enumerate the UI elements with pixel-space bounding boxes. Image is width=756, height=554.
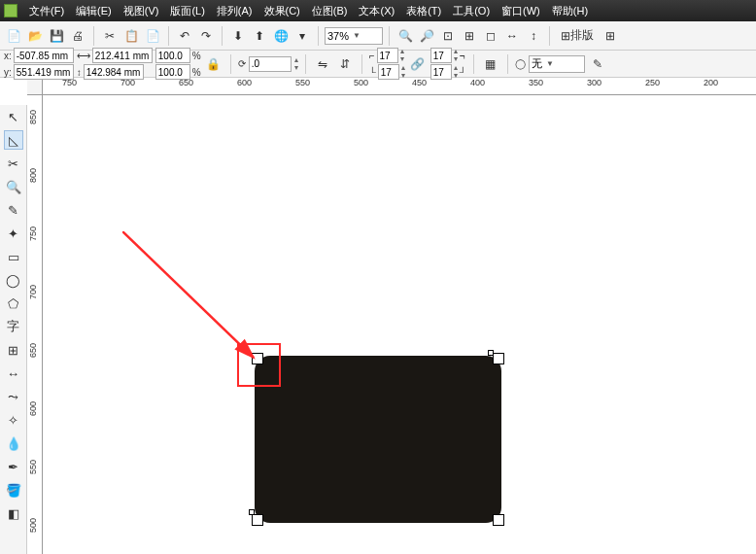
menu-edit[interactable]: 编辑(E) [76,4,112,18]
options-button[interactable]: ▾ [292,26,312,46]
outline-tool[interactable]: ✒ [4,457,23,476]
menu-bitmap[interactable]: 位图(B) [312,4,348,18]
height-icon: ↕ [77,67,82,78]
menu-effects[interactable]: 效果(C) [264,4,300,18]
node-handle[interactable] [488,350,494,356]
lock-ratio-button[interactable]: 🔒 [204,54,223,74]
redo-button[interactable]: ↷ [196,26,216,46]
menu-layout[interactable]: 版面(L) [170,4,204,18]
rounded-rectangle-shape[interactable] [255,356,501,523]
print-button[interactable]: 🖨 [68,26,87,46]
dimension-tool[interactable]: ↔ [4,364,23,383]
pick-tool[interactable]: ↖ [4,107,23,126]
corner-handle-bl[interactable] [252,514,263,526]
ruler-tick: 400 [470,78,485,87]
canvas[interactable] [43,95,756,554]
vertical-ruler[interactable]: 850 800 750 700 650 600 550 500 [27,95,43,554]
width-icon: ⟷ [77,51,90,61]
polygon-tool[interactable]: ⬠ [4,294,23,313]
wrap-button[interactable]: ▦ [481,54,500,74]
separator [549,26,550,46]
menu-file[interactable]: 文件(F) [29,4,64,18]
scale-x-field[interactable]: 100.0 [155,48,190,63]
menu-text[interactable]: 文本(X) [359,4,395,18]
convert-button[interactable]: ✎ [588,54,607,74]
property-bar: x: -507.85 mm y: 551.419 mm ⟷ 212.411 mm… [0,51,756,78]
new-button[interactable]: 📄 [4,26,23,46]
separator [305,54,306,74]
separator [361,54,362,74]
zoom-combo[interactable]: 37% ▼ [325,27,383,45]
connector-tool[interactable]: ⤳ [4,387,23,406]
toolbox: ↖ ◺ ✂ 🔍 ✎ ✦ ▭ ◯ ⬠ 字 ⊞ ↔ ⤳ ✧ 💧 ✒ 🪣 ◧ [0,105,27,554]
effects-tool[interactable]: ✧ [4,410,23,430]
undo-button[interactable]: ↶ [175,26,194,46]
shape-tool[interactable]: ◺ [4,130,23,150]
corner-field[interactable]: 17 [430,48,452,63]
horizontal-ruler[interactable]: 750 700 650 600 550 500 450 400 350 300 … [43,80,756,95]
layout-button[interactable]: ⊞ 排版 [556,26,599,46]
paste-button[interactable]: 📄 [143,26,162,46]
node-handle[interactable] [249,509,255,515]
export-button[interactable]: ⬆ [250,26,269,46]
menu-help[interactable]: 帮助(H) [552,4,588,18]
ruler-tick: 250 [645,78,660,87]
menu-bar: 文件(F) 编辑(E) 视图(V) 版面(L) 排列(A) 效果(C) 位图(B… [0,0,756,21]
cut-button[interactable]: ✂ [100,26,120,46]
ruler-tick: 700 [120,78,135,87]
corner-lock-button[interactable]: 🔗 [408,54,428,74]
chevron-down-icon: ▼ [353,31,361,40]
zoom-page-button[interactable]: ◻ [481,26,500,46]
crop-tool[interactable]: ✂ [4,154,23,173]
ruler-tick: 800 [28,168,38,183]
smart-fill-tool[interactable]: ✦ [4,224,23,243]
rotation-field[interactable]: .0 [249,56,292,72]
table-tool[interactable]: ⊞ [4,340,23,360]
menu-window[interactable]: 窗口(W) [501,4,540,18]
layout-more-button[interactable]: ⊞ [601,26,620,46]
zoom-out-button[interactable]: 🔎 [417,26,436,46]
import-button[interactable]: ⬇ [228,26,248,46]
position-block: x: -507.85 mm y: 551.419 mm [4,48,74,80]
x-field[interactable]: -507.85 mm [14,48,74,63]
corner-block2: 17▴▾¬ 17▴▾┘ [430,48,466,80]
zoom-height-button[interactable]: ↕ [524,26,543,46]
text-tool[interactable]: 字 [4,317,23,336]
publish-button[interactable]: 🌐 [271,26,291,46]
ellipse-tool[interactable]: ◯ [4,270,23,290]
rectangle-tool[interactable]: ▭ [4,247,23,266]
fill-tool[interactable]: 🪣 [4,480,23,500]
open-button[interactable]: 📂 [25,26,45,46]
zoom-in-button[interactable]: 🔍 [395,26,415,46]
corner-handle-br[interactable] [493,514,504,526]
corner-handle-tr[interactable] [493,353,504,364]
outline-combo[interactable]: 无 ▼ [529,55,585,73]
ruler-tick: 850 [28,110,38,124]
width-field[interactable]: 212.411 mm [92,48,153,63]
separator [222,26,223,46]
corner-field[interactable]: 17 [430,64,452,80]
zoom-width-button[interactable]: ↔ [502,26,522,46]
menu-table[interactable]: 表格(T) [406,4,441,18]
mirror-v-button[interactable]: ⇵ [335,54,355,74]
ruler-tick: 700 [28,285,38,299]
separator [389,26,390,46]
menu-arrange[interactable]: 排列(A) [217,4,253,18]
x-label: x: [4,51,12,61]
corner-field[interactable]: 17 [377,48,398,63]
zoom-fit-button[interactable]: ⊞ [460,26,479,46]
menu-tools[interactable]: 工具(O) [453,4,490,18]
copy-button[interactable]: 📋 [121,26,141,46]
corner-field[interactable]: 17 [378,64,399,80]
freehand-tool[interactable]: ✎ [4,200,23,220]
mirror-h-button[interactable]: ⇋ [313,54,332,74]
menu-view[interactable]: 视图(V) [123,4,159,18]
zoom-sel-button[interactable]: ⊡ [438,26,458,46]
ruler-tick: 350 [529,78,543,87]
eyedropper-tool[interactable]: 💧 [4,433,23,453]
separator [318,26,319,46]
interactive-fill-tool[interactable]: ◧ [4,503,23,523]
save-button[interactable]: 💾 [47,26,66,46]
zoom-tool[interactable]: 🔍 [4,177,23,196]
corner-block1: ⌐17▴▾ └17▴▾ [369,48,405,80]
